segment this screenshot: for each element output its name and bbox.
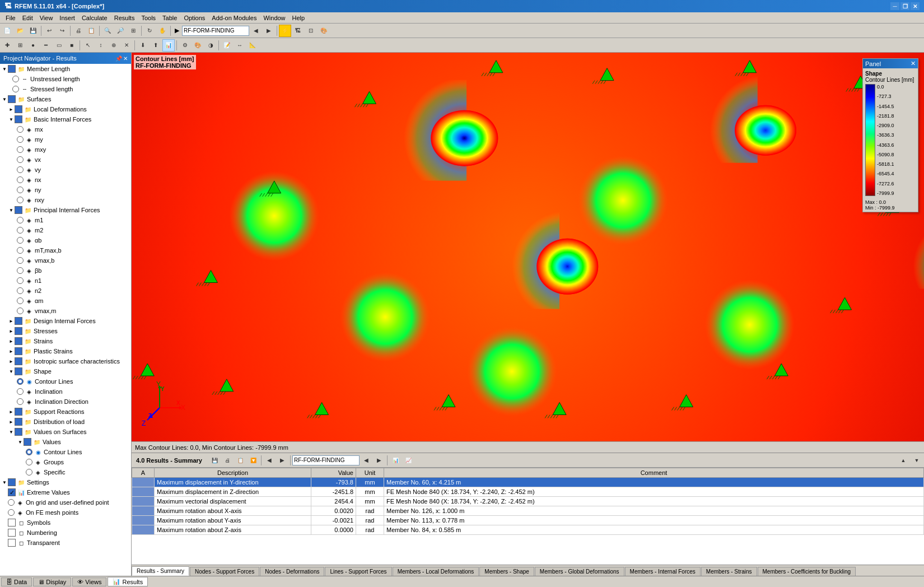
- tree-item-mtmaxb[interactable]: ◈ mT,max,b: [0, 245, 131, 255]
- expand-arrow-vs[interactable]: ▼: [8, 430, 15, 435]
- tree-item-contour-lines2[interactable]: ◉ Contour Lines: [0, 447, 131, 457]
- tree-item-incl-dir[interactable]: ◈ Inclination Direction: [0, 397, 131, 407]
- render-btn[interactable]: 🎨: [318, 25, 330, 37]
- tree-checkbox-sr[interactable]: [15, 408, 22, 416]
- tree-item-settings[interactable]: ▼ 📁 Settings: [0, 477, 131, 487]
- tree-checkbox-numbering[interactable]: [8, 529, 16, 537]
- res-chart-btn[interactable]: 📈: [402, 454, 414, 467]
- expand-arrow-bif[interactable]: ▼: [8, 117, 15, 122]
- tree-radio-am[interactable]: [17, 297, 24, 304]
- tree-item-groups[interactable]: ◈ Groups: [0, 457, 131, 467]
- open-btn[interactable]: 📂: [14, 25, 26, 37]
- results-tab-9[interactable]: Members - Coefficients for Buckling: [758, 567, 856, 576]
- tree-checkbox-vals[interactable]: [24, 438, 31, 446]
- tree-checkbox-strains[interactable]: [15, 337, 22, 345]
- tree-item-unstressed[interactable]: ╌ Unstressed length: [0, 74, 131, 84]
- close-button[interactable]: ✕: [911, 2, 920, 10]
- dimension-btn[interactable]: ↔: [234, 39, 246, 52]
- bottom-tab-display[interactable]: 🖥Display: [33, 577, 71, 586]
- wireframe-btn[interactable]: ⊡: [305, 25, 317, 37]
- show-supports-btn[interactable]: ⬆: [150, 39, 162, 52]
- tree-item-nxy[interactable]: ◈ nxy: [0, 195, 131, 205]
- tree-radio-contour[interactable]: [17, 378, 24, 385]
- tree-item-inclination[interactable]: ◈ Inclination: [0, 386, 131, 397]
- tree-checkbox-dl[interactable]: [15, 418, 22, 426]
- calculate-btn[interactable]: ⚡: [279, 25, 291, 37]
- table-row[interactable]: Maximum rotation about Y-axis -0.0021 ra…: [132, 516, 924, 525]
- tree-item-my[interactable]: ◈ my: [0, 134, 131, 145]
- tree-item-specific[interactable]: ◈ Specific: [0, 467, 131, 477]
- line-btn[interactable]: ━: [40, 39, 52, 52]
- tree-radio-vy[interactable]: [17, 166, 24, 173]
- tree-radio-vmaxb[interactable]: [17, 257, 24, 264]
- tree-checkbox-ldef[interactable]: [15, 105, 22, 113]
- res-analysis-input[interactable]: [292, 455, 360, 465]
- tree-checkbox[interactable]: [8, 65, 16, 73]
- menu-item-table[interactable]: Table: [159, 13, 180, 22]
- tree-item-ny[interactable]: ◈ ny: [0, 185, 131, 195]
- menu-item-help[interactable]: Help: [289, 13, 309, 22]
- solid-btn[interactable]: ■: [66, 39, 78, 52]
- measure-btn[interactable]: 📐: [246, 39, 259, 52]
- tree-radio-m2[interactable]: [17, 227, 24, 234]
- tree-radio[interactable]: [12, 76, 19, 82]
- menu-item-results[interactable]: Results: [111, 13, 138, 22]
- tree-checkbox-pstrains[interactable]: [15, 347, 22, 355]
- expand-arrow-stress[interactable]: ►: [8, 329, 15, 334]
- tree-item-vx[interactable]: ◈ vx: [0, 155, 131, 165]
- expand-arrow[interactable]: ▼: [1, 67, 8, 72]
- table-row[interactable]: Maximum displacement in Y-direction -793…: [132, 478, 924, 487]
- expand-arrow-dif[interactable]: ►: [8, 319, 15, 324]
- new-btn[interactable]: 📄: [1, 25, 13, 37]
- tree-item-support-react[interactable]: ► 📁 Support Reactions: [0, 407, 131, 417]
- menu-item-tools[interactable]: Tools: [138, 13, 159, 22]
- tree-radio-mx[interactable]: [17, 126, 24, 133]
- results-tab-4[interactable]: Members - Local Deformations: [393, 567, 479, 576]
- tree-item-betab[interactable]: ◈ βb: [0, 265, 131, 276]
- res-scrolldown-btn[interactable]: ▼: [911, 454, 923, 467]
- tree-item-vmaxb[interactable]: ◈ vmax,b: [0, 255, 131, 265]
- delete-btn[interactable]: ✕: [120, 39, 133, 52]
- viewport-3d[interactable]: Contour Lines [mm] RF-FORM-FINDING X Y: [132, 53, 924, 441]
- tree-checkbox-vs[interactable]: [15, 428, 22, 436]
- table-row[interactable]: Maximum vectorial displacement 2454.4 mm…: [132, 497, 924, 506]
- menu-item-edit[interactable]: Edit: [19, 13, 36, 22]
- restore-button[interactable]: ❐: [900, 2, 909, 10]
- tree-item-symbols[interactable]: ◻ Symbols: [0, 518, 131, 528]
- copy-btn[interactable]: 📋: [85, 25, 97, 37]
- redo-btn[interactable]: ↪: [56, 25, 68, 37]
- expand-arrow-iso[interactable]: ►: [8, 359, 15, 364]
- menu-item-insert[interactable]: Insert: [56, 13, 78, 22]
- tree-item-shape[interactable]: ▼ 📁 Shape: [0, 366, 131, 376]
- tree-item-contour[interactable]: ◉ Contour Lines: [0, 376, 131, 386]
- display-options-btn[interactable]: ⚙: [179, 39, 191, 52]
- tree-radio-groups[interactable]: [26, 459, 32, 465]
- res-save-btn[interactable]: 💾: [208, 454, 221, 467]
- tree-checkbox-dif[interactable]: [15, 317, 22, 325]
- tree-item-values[interactable]: ▼ 📁 Values: [0, 437, 131, 447]
- tree-radio-n1[interactable]: [17, 277, 24, 284]
- tree-item-surfaces[interactable]: ▼ 📁 Surfaces: [0, 94, 131, 104]
- tree-item-stresses[interactable]: ► 📁 Stresses: [0, 326, 131, 336]
- results-tab-0[interactable]: Results - Summary: [132, 566, 189, 576]
- view3d-btn[interactable]: 🏗: [292, 25, 304, 37]
- tree-radio-mtmaxb[interactable]: [17, 247, 24, 254]
- grid-btn[interactable]: ⊞: [14, 39, 26, 52]
- tree-item-vy[interactable]: ◈ vy: [0, 165, 131, 175]
- tree-checkbox-iso[interactable]: [15, 357, 22, 365]
- tree-item-principal-if[interactable]: ▼ 📁 Principal Internal Forces: [0, 205, 131, 215]
- results-tab-3[interactable]: Lines - Support Forces: [325, 567, 391, 576]
- expand-arrow-settings[interactable]: ▼: [1, 480, 8, 485]
- results-tab-5[interactable]: Members - Shape: [479, 567, 534, 576]
- bottom-tab-data[interactable]: 🗄Data: [1, 577, 32, 586]
- tree-radio-mxy[interactable]: [17, 146, 24, 153]
- expand-arrow-surfaces[interactable]: ▼: [1, 97, 8, 102]
- table-row[interactable]: Maximum rotation about Z-axis 0.0000 rad…: [132, 525, 924, 535]
- menu-item-addons[interactable]: Add-on Modules: [208, 13, 260, 22]
- tree-radio-vmaxm[interactable]: [17, 308, 24, 314]
- expand-arrow-pif[interactable]: ▼: [8, 208, 15, 213]
- tree-radio-my[interactable]: [17, 136, 24, 143]
- table-row[interactable]: Maximum rotation about X-axis 0.0020 rad…: [132, 506, 924, 516]
- res-copy-btn[interactable]: 📋: [234, 454, 246, 467]
- res-filter-btn[interactable]: 🔽: [247, 454, 259, 467]
